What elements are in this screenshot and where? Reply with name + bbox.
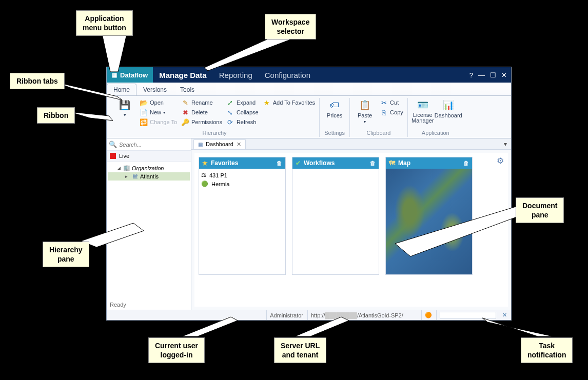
delete-button[interactable]: ✖Delete — [180, 108, 223, 117]
permissions-button[interactable]: 🔑Permissions — [180, 117, 223, 127]
dashboard-settings-button[interactable]: ⚙ — [497, 156, 504, 166]
task-notification-field[interactable] — [440, 312, 496, 319]
tree-node-label: Organization — [132, 165, 164, 171]
add-favorites-button[interactable]: ★Add To Favorites — [262, 98, 316, 107]
check-icon: ✔ — [296, 159, 301, 167]
card-remove-button[interactable]: 🗑 — [277, 160, 282, 166]
callout-workspace: Workspace selector — [265, 14, 316, 39]
group-label-clipboard: Clipboard — [353, 130, 404, 136]
paste-icon: 📋 — [359, 99, 371, 111]
callout-appmenu: Application menu button — [76, 10, 133, 36]
tree-node-atlantis[interactable]: ▸ 🏛 Atlantis — [108, 172, 190, 181]
map-icon: 🗺 — [389, 159, 395, 167]
cut-button[interactable]: ✂Cut — [379, 98, 404, 107]
live-indicator[interactable]: Live — [107, 151, 191, 162]
doc-tab-label: Dashboard — [206, 141, 233, 147]
titlebar: ▦ Dataflow Manage Data Reporting Configu… — [107, 67, 511, 83]
copy-icon: ⎘ — [380, 108, 388, 116]
status-close-button[interactable]: ✕ — [500, 312, 509, 318]
rename-button[interactable]: ✎Rename — [180, 98, 223, 107]
workspace-configuration[interactable]: Configuration — [259, 67, 317, 83]
app-window: ▦ Dataflow Manage Data Reporting Configu… — [106, 67, 512, 321]
doc-tabs-menu-button[interactable]: ▾ — [502, 141, 509, 148]
globe-icon: 🟠 — [425, 312, 432, 318]
ribbon-tab-versions[interactable]: Versions — [136, 84, 173, 95]
card-title: Workflows — [304, 159, 335, 167]
refresh-button[interactable]: ⟳Refresh — [225, 117, 260, 127]
svg-marker-0 — [102, 32, 127, 72]
collapse-button[interactable]: ⤡Collapse — [225, 108, 260, 117]
map-card: 🗺 Map 🗑 — [385, 157, 473, 275]
card-remove-button[interactable]: 🗑 — [463, 160, 469, 166]
ready-status: Ready — [107, 299, 191, 310]
delete-icon: ✖ — [181, 108, 189, 116]
star-icon: ★ — [263, 98, 271, 107]
callout-server: Server URL and tenant — [274, 337, 326, 363]
help-button[interactable]: ? — [469, 72, 473, 78]
maximize-button[interactable]: ☐ — [490, 72, 496, 78]
workflows-card: ✔ Workflows 🗑 — [292, 157, 379, 275]
well-icon: ⚖ — [201, 172, 206, 178]
license-manager-button[interactable]: 🪪License Manager — [411, 98, 435, 125]
ribbon-group-settings: 🏷Prices Settings — [320, 98, 350, 137]
card-title: Favorites — [211, 159, 238, 167]
svg-marker-8 — [482, 318, 553, 336]
dashboard-button[interactable]: 📊Dashboard — [437, 98, 460, 119]
statusbar: Administrator http://████████/AtlantisGo… — [107, 310, 511, 320]
callout-ribbon: Ribbon — [37, 107, 75, 124]
ribbon-tabs: Home Versions Tools — [107, 83, 511, 95]
close-button[interactable]: ✕ — [501, 72, 507, 78]
tree-node-label: Atlantis — [140, 173, 159, 179]
tree-toggle-icon[interactable]: ▸ — [125, 174, 130, 179]
workspace-manage-data[interactable]: Manage Data — [153, 67, 213, 83]
window-buttons: ? — ☐ ✕ — [465, 67, 511, 83]
status-server-url: http://████████/AtlantisGold-SP2/ — [307, 310, 420, 320]
prices-icon: 🏷 — [328, 99, 341, 111]
callout-user: Current user logged-in — [148, 337, 205, 363]
license-icon: 🪪 — [417, 99, 429, 111]
doc-tab-icon: ▦ — [198, 142, 203, 147]
tree-node-organization[interactable]: ◢ 🏢 Organization — [108, 164, 190, 172]
open-button[interactable]: 📂Open — [139, 98, 178, 107]
status-task-notification — [436, 310, 499, 320]
workspace-reporting[interactable]: Reporting — [213, 67, 259, 83]
ribbon-tab-home[interactable]: Home — [107, 84, 136, 95]
collapse-icon: ⤡ — [226, 108, 234, 116]
refresh-icon: ⟳ — [226, 118, 234, 126]
doc-tab-dashboard[interactable]: ▦ Dashboard ✕ — [193, 139, 246, 149]
group-label-application: Application — [411, 130, 460, 136]
favorite-item[interactable]: 🟢Hermia — [201, 179, 283, 188]
ribbon-body: 💾▾ 📂Open 📄New ▾ 🔁Change To ✎Rename ✖Dele… — [107, 95, 511, 138]
live-label: Live — [119, 153, 129, 159]
card-remove-button[interactable]: 🗑 — [370, 160, 376, 166]
search-input[interactable] — [119, 142, 190, 148]
app-menu-label: Dataflow — [120, 71, 148, 79]
prices-button[interactable]: 🏷Prices — [323, 98, 346, 119]
workspace-selector: Manage Data Reporting Configuration — [153, 67, 317, 83]
expand-button[interactable]: ⤢Expand — [225, 98, 260, 107]
app-menu-button[interactable]: ▦ Dataflow — [107, 67, 153, 83]
callout-ribbontabs: Ribbon tabs — [10, 73, 65, 89]
map-image[interactable] — [386, 169, 472, 274]
app-menu-icon: ▦ — [112, 72, 117, 78]
save-button[interactable]: 💾▾ — [113, 98, 136, 118]
new-button[interactable]: 📄New ▾ — [139, 108, 178, 117]
copy-button[interactable]: ⎘Copy — [379, 108, 404, 117]
document-pane: ▦ Dashboard ✕ ▾ ⚙ ★ Favorites 🗑 — [191, 138, 511, 310]
favorite-item[interactable]: ⚖431 P1 — [201, 171, 283, 179]
live-icon — [110, 153, 116, 159]
group-label-hierarchy: Hierarchy — [113, 130, 316, 136]
doc-tab-close-button[interactable]: ✕ — [237, 141, 241, 148]
change-to-button[interactable]: 🔁Change To — [139, 117, 178, 127]
paste-button[interactable]: 📋Paste▾ — [353, 98, 377, 125]
hierarchy-pane: 🔍 ▾ ◀ Live ◢ 🏢 Organization ▸ 🏛 Atlantis — [107, 138, 191, 310]
hierarchy-tree: ◢ 🏢 Organization ▸ 🏛 Atlantis — [107, 162, 191, 183]
minimize-button[interactable]: — — [478, 72, 485, 78]
tree-toggle-icon[interactable]: ◢ — [117, 166, 122, 171]
star-icon: ★ — [202, 159, 208, 167]
card-title: Map — [398, 159, 410, 167]
status-connection-icon: 🟠 — [421, 310, 435, 320]
callout-task: Task notification — [521, 337, 573, 363]
callout-hierarchy: Hierarchy pane — [43, 242, 89, 267]
ribbon-tab-tools[interactable]: Tools — [173, 84, 201, 95]
